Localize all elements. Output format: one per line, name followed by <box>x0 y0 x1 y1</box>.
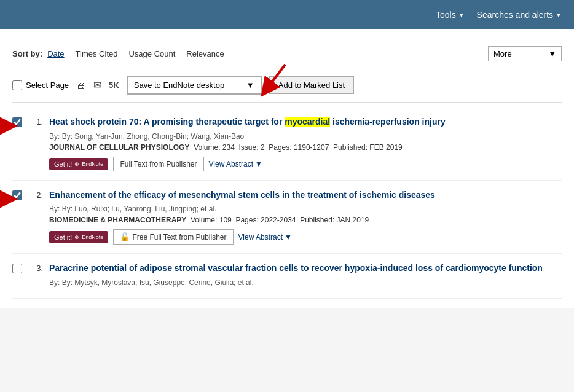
result-1-get-it-button[interactable]: Get it! ⊕ EndNote <box>49 158 108 170</box>
result-1-checkbox[interactable] <box>12 117 22 127</box>
select-page-label: Select Page <box>26 80 69 90</box>
result-item-2: 2. Enhancement of the efficacy of mesenc… <box>12 181 562 254</box>
result-item-1: 1. Heat shock protein 70: A promising th… <box>12 108 562 181</box>
result-2-journal: BIOMEDICINE & PHARMACOTHERAPY Volume: 10… <box>49 216 562 224</box>
searches-alerts-arrow-icon: ▼ <box>556 12 562 18</box>
sort-usage-count[interactable]: Usage Count <box>128 49 175 58</box>
print-icon[interactable]: 🖨 <box>76 80 86 91</box>
result-2-number: 2. <box>29 189 43 245</box>
result-1-body: Heat shock protein 70: A promising thera… <box>49 116 562 171</box>
select-page-checkbox-label[interactable]: Select Page <box>12 80 69 90</box>
get-it-2-logo-icon: ⊕ <box>74 234 79 240</box>
searches-alerts-label: Searches and alerts <box>477 10 554 20</box>
result-2-title-text: Enhancement of the efficacy of mesenchym… <box>49 190 435 200</box>
sort-times-cited[interactable]: Times Cited <box>76 49 118 58</box>
results-list: 1. Heat shock protein 70: A promising th… <box>12 103 562 299</box>
result-1-links: Get it! ⊕ EndNote Full Text from Publish… <box>49 157 562 171</box>
result-1-number: 1. <box>29 116 43 171</box>
searches-alerts-menu[interactable]: Searches and alerts ▼ <box>477 10 562 20</box>
tools-arrow-icon: ▼ <box>458 12 465 18</box>
result-item-3: 3. Paracrine potential of adipose stroma… <box>12 254 562 299</box>
result-3-title-text: Paracrine potential of adipose stromal v… <box>49 263 543 273</box>
result-2-authors: By: By: Luo, Ruixi; Lu, Yanrong; Liu, Ji… <box>49 205 562 213</box>
lock-icon: 🔓 <box>120 232 130 241</box>
tools-label: Tools <box>436 10 456 20</box>
save-to-endnote-dropdown[interactable]: Save to EndNote desktop ▼ <box>127 76 262 95</box>
tools-menu[interactable]: Tools ▼ <box>436 10 465 20</box>
result-3-body: Paracrine potential of adipose stromal v… <box>49 262 562 289</box>
export-label[interactable]: 5K <box>109 80 119 90</box>
sort-by-label: Sort by: <box>12 49 42 58</box>
result-2-checkbox-container <box>12 189 23 245</box>
result-3-title[interactable]: Paracrine potential of adipose stromal v… <box>49 262 562 275</box>
sort-date-link[interactable]: Date <box>47 49 64 58</box>
get-it-logo-text: EndNote <box>82 161 103 167</box>
result-1-full-text-button[interactable]: Full Text from Publisher <box>113 157 203 171</box>
result-2-body: Enhancement of the efficacy of mesenchym… <box>49 189 562 245</box>
view-abstract-chevron-icon: ▼ <box>255 160 262 168</box>
result-1-title-before: Heat shock protein 70: A promising thera… <box>49 117 285 127</box>
add-to-marked-list-button[interactable]: Add to Marked List <box>269 76 354 94</box>
more-dropdown-arrow-icon: ▼ <box>548 49 556 58</box>
result-1-journal: JOURNAL OF CELLULAR PHYSIOLOGY Volume: 2… <box>49 143 562 152</box>
result-3-checkbox[interactable] <box>12 264 22 273</box>
result-2-title[interactable]: Enhancement of the efficacy of mesenchym… <box>49 189 562 202</box>
result-2-get-it-button[interactable]: Get it! ⊕ EndNote <box>49 231 108 243</box>
select-page-checkbox[interactable] <box>12 80 22 90</box>
result-1-view-abstract-button[interactable]: View Abstract ▼ <box>209 160 262 168</box>
result-1-title-after: ischemia-reperfusion injury <box>330 117 446 127</box>
result-1-authors: By: By: Song, Yan-Jun; Zhong, Chong-Bin;… <box>49 132 562 141</box>
sort-bar: Sort by: Date Times Cited Usage Count Re… <box>12 39 562 68</box>
toolbar: Select Page 🖨 ✉ 5K Save to EndNote deskt… <box>12 68 562 103</box>
more-dropdown-label: More <box>493 49 512 58</box>
result-2-free-full-text-button[interactable]: 🔓 Free Full Text from Publisher <box>113 229 233 245</box>
result-3-authors: By: By: Mytsyk, Myroslava; Isu, Giuseppe… <box>49 278 562 287</box>
save-dropdown-label: Save to EndNote desktop <box>134 80 224 90</box>
more-sort-dropdown[interactable]: More ▼ <box>488 46 562 61</box>
sort-relevance[interactable]: Relevance <box>186 49 224 58</box>
view-abstract-2-chevron-icon: ▼ <box>285 233 292 241</box>
result-2-checkbox[interactable] <box>12 190 22 200</box>
result-2-view-abstract-button[interactable]: View Abstract ▼ <box>238 233 292 241</box>
result-3-checkbox-container <box>12 262 23 289</box>
result-3-number: 3. <box>29 262 43 289</box>
result-1-title-highlight: myocardial <box>285 117 330 127</box>
result-2-links: Get it! ⊕ EndNote 🔓 Free Full Text from … <box>49 229 562 245</box>
get-it-logo-icon: ⊕ <box>74 161 79 167</box>
result-1-checkbox-container <box>12 116 23 171</box>
save-dropdown-arrow-icon: ▼ <box>246 80 254 90</box>
get-it-2-logo-text: EndNote <box>82 234 103 240</box>
email-icon[interactable]: ✉ <box>93 79 101 91</box>
result-1-title[interactable]: Heat shock protein 70: A promising thera… <box>49 116 562 128</box>
